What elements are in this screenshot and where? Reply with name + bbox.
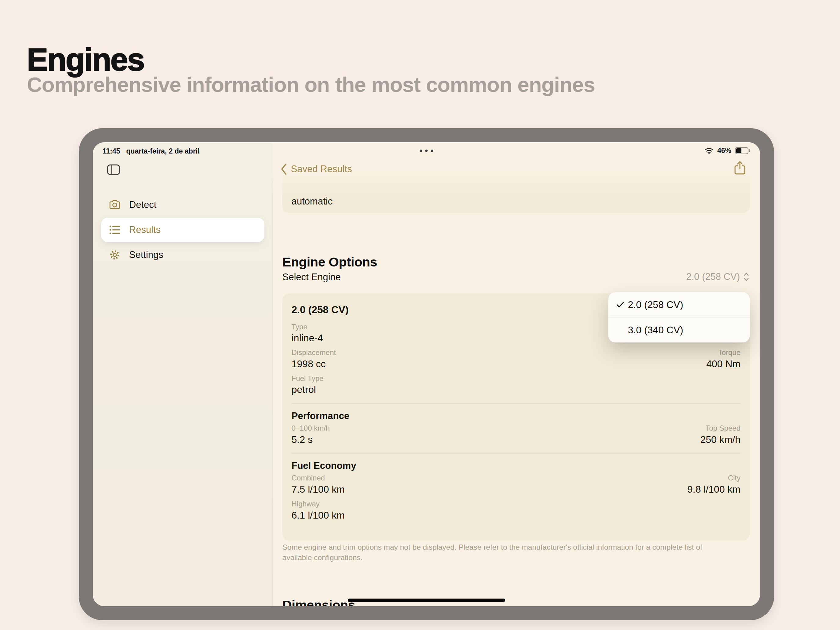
torque-value: 400 Nm <box>706 358 741 370</box>
checkmark-icon <box>616 300 625 309</box>
disclaimer-text: Some engine and trim options may not be … <box>282 542 722 563</box>
type-value: inline-4 <box>292 332 323 344</box>
top-speed-label: Top Speed <box>706 424 741 433</box>
chevron-left-icon <box>280 163 288 175</box>
transmission-value: automatic <box>292 196 332 207</box>
status-time: 11:45 <box>103 147 120 155</box>
sidebar-item-detect[interactable]: Detect <box>101 193 264 217</box>
ipad-frame: 11:45 quarta-feira, 2 de abril 46% <box>79 128 774 620</box>
spec-highway: Highway 6.1 l/100 km <box>292 500 741 521</box>
engine-options-title: Engine Options <box>282 254 377 270</box>
highway-label: Highway <box>292 500 320 508</box>
multitasking-dots-icon[interactable] <box>420 150 433 152</box>
status-right: 46% <box>704 147 750 155</box>
accel-value: 5.2 s <box>292 433 313 446</box>
spec-combined-city: Combined City 7.5 l/100 km 9.8 l/100 km <box>292 474 741 496</box>
page: Engines Comprehensive information on the… <box>0 0 840 630</box>
status-left: 11:45 quarta-feira, 2 de abril <box>103 147 200 155</box>
highway-value: 6.1 l/100 km <box>292 509 344 521</box>
spec-fuel-type: Fuel Type petrol <box>292 374 741 396</box>
fuel-economy-title: Fuel Economy <box>292 460 741 471</box>
page-subtitle: Comprehensive information on the most co… <box>27 73 595 97</box>
status-date: quarta-feira, 2 de abril <box>126 147 200 155</box>
chevron-up-down-icon <box>742 271 750 283</box>
share-icon[interactable] <box>733 160 747 177</box>
spec-acceleration-topspeed: 0–100 km/h Top Speed 5.2 s 250 km/h <box>292 424 741 446</box>
combined-value: 7.5 l/100 km <box>292 483 344 496</box>
performance-title: Performance <box>292 410 741 422</box>
select-engine-label: Select Engine <box>282 272 341 283</box>
navigation-bar: Saved Results <box>273 162 760 179</box>
combined-label: Combined <box>292 474 325 482</box>
back-button-label: Saved Results <box>291 164 352 175</box>
engine-select-dropdown: 2.0 (258 CV) 3.0 (340 CV) <box>608 292 750 343</box>
sidebar-items: Detect Results <box>101 193 264 267</box>
dropdown-option-1[interactable]: 2.0 (258 CV) <box>608 292 750 317</box>
sidebar-item-results[interactable]: Results <box>101 218 264 242</box>
fuel-type-value: petrol <box>292 384 316 396</box>
gear-icon <box>108 248 121 261</box>
city-value: 9.8 l/100 km <box>687 483 741 496</box>
accel-label: 0–100 km/h <box>292 424 330 433</box>
sidebar: Detect Results <box>93 142 273 606</box>
sidebar-item-label: Settings <box>129 249 163 261</box>
city-label: City <box>728 474 741 482</box>
engine-select-value: 2.0 (258 CV) <box>686 272 740 282</box>
page-title: Engines <box>27 41 144 78</box>
battery-percent: 46% <box>717 147 731 155</box>
battery-icon <box>735 147 750 154</box>
status-bar: 11:45 quarta-feira, 2 de abril 46% <box>93 142 760 162</box>
displacement-value: 1998 cc <box>292 358 326 370</box>
divider <box>292 404 741 404</box>
sidebar-toggle-icon[interactable] <box>106 163 121 177</box>
fuel-type-label: Fuel Type <box>292 374 324 383</box>
sidebar-item-label: Results <box>129 224 161 235</box>
dropdown-option-label: 2.0 (258 CV) <box>628 299 683 310</box>
ipad-screen: 11:45 quarta-feira, 2 de abril 46% <box>93 142 760 606</box>
engine-select-control[interactable]: 2.0 (258 CV) <box>686 271 750 283</box>
sidebar-item-label: Detect <box>129 199 156 210</box>
dimensions-title: Dimensions <box>282 598 355 606</box>
displacement-label: Displacement <box>292 348 336 357</box>
torque-label: Torque <box>718 348 741 357</box>
type-label: Type <box>292 323 307 331</box>
main-content: automatic Saved Results <box>273 142 760 606</box>
list-icon <box>108 223 121 236</box>
dropdown-option-2[interactable]: 3.0 (340 CV) <box>608 317 750 343</box>
wifi-icon <box>704 147 714 155</box>
spec-displacement-torque: Displacement Torque 1998 cc 400 Nm <box>292 348 741 370</box>
home-indicator[interactable] <box>348 598 505 602</box>
camera-icon <box>108 198 121 211</box>
sidebar-item-settings[interactable]: Settings <box>101 243 264 267</box>
divider <box>292 453 741 454</box>
top-speed-value: 250 km/h <box>700 433 741 446</box>
back-button[interactable]: Saved Results <box>280 163 352 175</box>
dropdown-option-label: 3.0 (340 CV) <box>628 324 683 336</box>
